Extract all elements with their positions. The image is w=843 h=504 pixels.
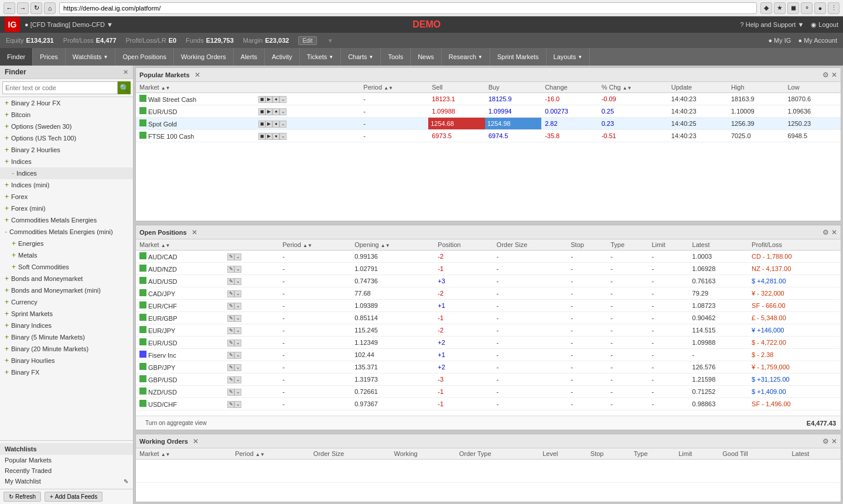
edit-icon[interactable]: ✎ bbox=[227, 303, 234, 310]
edit-icon[interactable]: ✎ bbox=[227, 401, 234, 408]
ext-4[interactable]: ⚬ bbox=[801, 2, 813, 14]
table-row[interactable]: NZD/USD ✎⌄ -0.72661-1----0.71252$ +1,409… bbox=[136, 386, 841, 398]
more-icon[interactable]: ⌄ bbox=[279, 96, 286, 103]
nav-working-orders[interactable]: Working Orders bbox=[174, 48, 234, 66]
watch-icon[interactable]: ● bbox=[272, 108, 279, 115]
wo-close-btn[interactable]: ✕ bbox=[831, 437, 837, 445]
finder-item-soft-commodities[interactable]: + Soft Commodities bbox=[0, 261, 133, 273]
table-row[interactable]: EUR/JPY ✎⌄ -115.245-2----114.515¥ +146,0… bbox=[136, 324, 841, 337]
chart-icon[interactable]: ◼ bbox=[258, 96, 265, 103]
wo-settings-btn[interactable]: ⚙ bbox=[822, 437, 829, 445]
popular-close-btn[interactable]: ✕ bbox=[831, 71, 837, 79]
nav-watchlists[interactable]: Watchlists ▼ bbox=[66, 48, 116, 66]
finder-item-currency[interactable]: + Currency bbox=[0, 296, 133, 308]
ext-1[interactable]: ◆ bbox=[760, 2, 772, 14]
finder-item-bonds-mini[interactable]: + Bonds and Moneymarket (mini) bbox=[0, 284, 133, 296]
finder-item-binary-20min[interactable]: + Binary (20 Minute Markets) bbox=[0, 343, 133, 355]
finder-item-sprint[interactable]: + Sprint Markets bbox=[0, 308, 133, 320]
close-icon[interactable]: ⌄ bbox=[234, 303, 241, 310]
table-row[interactable]: USD/CHF ✎⌄ -0.97367-1----0.98863SF - 1,4… bbox=[136, 398, 841, 410]
finder-item-bonds[interactable]: + Bonds and Moneymarket bbox=[0, 273, 133, 284]
home-button[interactable]: ⌂ bbox=[44, 2, 56, 14]
edit-icon[interactable]: ✎ bbox=[227, 340, 234, 347]
watch-icon[interactable]: ● bbox=[272, 96, 279, 103]
finder-item-binary2hfx[interactable]: + Binary 2 Hour FX bbox=[0, 97, 133, 109]
close-icon[interactable]: ⌄ bbox=[234, 327, 241, 334]
open-positions-close[interactable]: ✕ bbox=[192, 228, 197, 236]
table-row[interactable]: CAD/JPY ✎⌄ -77.68-2----79.29¥ - 322,000 bbox=[136, 287, 841, 300]
nav-research[interactable]: Research ▼ bbox=[442, 48, 490, 66]
open-close-btn[interactable]: ✕ bbox=[831, 228, 837, 236]
edit-icon[interactable]: ✎ bbox=[227, 389, 234, 396]
finder-close-button[interactable]: ✕ bbox=[123, 68, 128, 76]
finder-item-forex-mini[interactable]: + Forex (mini) bbox=[0, 203, 133, 214]
myaccount-link[interactable]: ● My Account bbox=[798, 37, 837, 44]
ext-6[interactable]: ⋮ bbox=[828, 2, 839, 14]
watch-icon[interactable]: ● bbox=[272, 133, 279, 140]
finder-search-input[interactable] bbox=[2, 81, 118, 94]
table-row[interactable]: EUR/CHF ✎⌄ -1.09389+1----1.08723SF - 666… bbox=[136, 300, 841, 312]
finder-item-binary-fx[interactable]: + Binary FX bbox=[0, 366, 133, 378]
nav-news[interactable]: News bbox=[411, 48, 442, 66]
table-row[interactable]: GBP/USD ✎⌄ -1.31973-3----1.21598$ +31,12… bbox=[136, 373, 841, 386]
finder-item-bitcoin[interactable]: + Bitcoin bbox=[0, 109, 133, 121]
chart-icon[interactable]: ◼ bbox=[258, 108, 265, 115]
refresh-button[interactable]: ↻ Refresh bbox=[4, 492, 41, 502]
close-icon[interactable]: ⌄ bbox=[234, 389, 241, 396]
finder-item-cme-mini[interactable]: - Commodities Metals Energies (mini) bbox=[0, 226, 133, 238]
ticket-icon[interactable]: ▶ bbox=[265, 108, 272, 115]
ticket-icon[interactable]: ▶ bbox=[265, 96, 272, 103]
finder-item-binary2h[interactable]: + Binary 2 Hourlies bbox=[0, 144, 133, 156]
watchlist-popular[interactable]: Popular Markets bbox=[0, 455, 133, 465]
popular-markets-close[interactable]: ✕ bbox=[194, 71, 200, 79]
close-icon[interactable]: ⌄ bbox=[234, 266, 241, 273]
more-icon[interactable]: ⌄ bbox=[279, 121, 286, 128]
table-row[interactable]: EUR/USD ✎⌄ -1.12349+2----1.09988$ - 4,72… bbox=[136, 337, 841, 349]
back-button[interactable]: ← bbox=[4, 2, 15, 14]
ext-5[interactable]: ● bbox=[814, 2, 826, 14]
nav-tickets[interactable]: Tickets ▼ bbox=[300, 48, 341, 66]
open-settings-btn[interactable]: ⚙ bbox=[822, 228, 829, 236]
edit-icon[interactable]: ✎ bbox=[227, 327, 234, 334]
edit-icon[interactable]: ✎ bbox=[227, 278, 234, 285]
edit-icon[interactable]: ✎ bbox=[227, 364, 234, 371]
table-row[interactable]: Spot Gold ◼▶●⌄ - 1254.68 1254.98 2.82 0.… bbox=[136, 118, 841, 130]
table-row[interactable]: FTSE 100 Cash ◼▶●⌄ - 6973.5 6974.5 -35.8… bbox=[136, 130, 841, 142]
finder-item-binary-hourlies[interactable]: + Binary Hourlies bbox=[0, 355, 133, 366]
finder-item-energies[interactable]: + Energies bbox=[0, 238, 133, 249]
edit-icon[interactable]: ✎ bbox=[227, 376, 234, 383]
table-row[interactable]: GBP/JPY ✎⌄ -135.371+2----126.576¥ - 1,75… bbox=[136, 361, 841, 373]
ext-3[interactable]: ◼ bbox=[787, 2, 799, 14]
edit-button[interactable]: Edit bbox=[298, 36, 316, 45]
ext-2[interactable]: ★ bbox=[774, 2, 786, 14]
more-icon[interactable]: ⌄ bbox=[279, 108, 286, 115]
finder-item-options-sweden[interactable]: + Options (Sweden 30) bbox=[0, 121, 133, 132]
table-row[interactable]: EUR/USD ◼▶●⌄ - 1.09988 1.09994 0.00273 0… bbox=[136, 105, 841, 118]
table-row[interactable]: Fiserv Inc ✎⌄ -102.44+1-----$ - 2.38 bbox=[136, 349, 841, 361]
edit-icon[interactable]: ✎ bbox=[227, 352, 234, 359]
nav-open-positions[interactable]: Open Positions bbox=[115, 48, 174, 66]
nav-activity[interactable]: Activity bbox=[265, 48, 300, 66]
nav-prices[interactable]: Prices bbox=[33, 48, 66, 66]
chart-icon[interactable]: ◼ bbox=[258, 121, 265, 128]
close-icon[interactable]: ⌄ bbox=[234, 352, 241, 359]
edit-icon[interactable]: ✎ bbox=[227, 290, 234, 297]
finder-item-indices-mini[interactable]: + Indices (mini) bbox=[0, 179, 133, 191]
nav-finder[interactable]: Finder bbox=[0, 48, 33, 66]
myig-link[interactable]: ● My IG bbox=[768, 37, 791, 44]
watchlist-my[interactable]: My Watchlist ✎ bbox=[0, 476, 133, 486]
reload-button[interactable]: ↻ bbox=[30, 2, 42, 14]
close-icon[interactable]: ⌄ bbox=[234, 401, 241, 408]
finder-item-indices-child[interactable]: - Indices bbox=[0, 167, 133, 179]
edit-icon[interactable]: ✎ bbox=[227, 315, 234, 322]
table-row[interactable]: Wall Street Cash ◼▶●⌄ - 18123.1 18125.9 … bbox=[136, 93, 841, 105]
aggregate-view-btn[interactable]: Turn on aggregate view bbox=[141, 418, 211, 428]
table-row[interactable]: AUD/CAD ✎⌄ -0.99136-2----1.0003CD - 1,78… bbox=[136, 251, 841, 263]
finder-item-options-ustech[interactable]: + Options (US Tech 100) bbox=[0, 132, 133, 144]
help-support-link[interactable]: ? Help and Support ▼ bbox=[740, 21, 804, 29]
ticket-icon[interactable]: ▶ bbox=[265, 133, 272, 140]
more-icon[interactable]: ⌄ bbox=[279, 133, 286, 140]
add-data-feeds-button[interactable]: + Add Data Feeds bbox=[45, 492, 103, 502]
finder-item-forex[interactable]: + Forex bbox=[0, 191, 133, 203]
close-icon[interactable]: ⌄ bbox=[234, 290, 241, 297]
